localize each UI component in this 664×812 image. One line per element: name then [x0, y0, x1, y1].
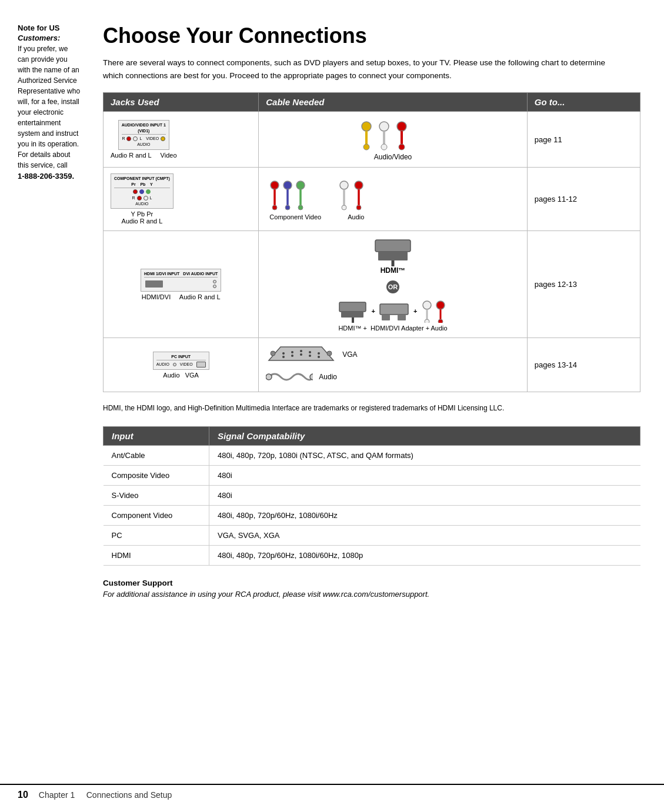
svg-point-40 [282, 352, 285, 355]
svg-rect-32 [398, 315, 406, 320]
hdmi-adapter-label: HDMI™ + HDMI/DVI Adapter + Audio [338, 325, 447, 332]
dvi-adapter-svg [378, 299, 411, 323]
compat-input-1: Composite Video [104, 466, 209, 486]
compat-input-3: Component Video [104, 506, 209, 526]
svg-point-35 [425, 319, 429, 323]
hdmi-cable-svg [369, 237, 416, 266]
svg-point-9 [271, 181, 279, 189]
note-body: If you prefer, we can provide you with t… [18, 44, 81, 182]
hdmi-cable-svg-2 [336, 299, 369, 323]
table-row: HDMI 1/DVI INPUT DVI AUDIO INPUT [104, 231, 640, 338]
svg-point-12 [283, 181, 292, 189]
av-cable-svg [355, 118, 431, 153]
sidebar: Note for US Customers: If you prefer, we… [0, 24, 91, 777]
compat-signal-5: 480i, 480p, 720p/60Hz, 1080i/60Hz, 1080p [209, 546, 640, 566]
svg-point-20 [342, 205, 346, 210]
svg-point-50 [271, 351, 275, 356]
svg-rect-28 [341, 312, 363, 318]
svg-point-2 [363, 144, 369, 150]
table-row: S-Video 480i [104, 486, 640, 506]
table-row: Composite Video 480i [104, 466, 640, 486]
phone-number: 1-888-206-3359. [18, 172, 74, 181]
goto-label-4: pages 13-14 [535, 360, 577, 369]
jacks-cell-3: HDMI 1/DVI INPUT DVI AUDIO INPUT [104, 231, 259, 338]
compat-table: Input Signal Compatability Ant/Cable 480… [103, 426, 640, 566]
compat-input-5: HDMI [104, 546, 209, 566]
table-row: Component Video 480i, 480p, 720p/60Hz, 1… [104, 506, 640, 526]
main-content: Choose Your Connections There are severa… [91, 24, 664, 777]
svg-point-48 [309, 355, 311, 357]
table-row: Ant/Cable 480i, 480p, 720p, 1080i (NTSC,… [104, 446, 640, 466]
compat-signal-4: VGA, SVGA, XGA [209, 526, 640, 546]
note-subtitle: Customers: [18, 34, 60, 42]
plus-2: + [413, 308, 417, 315]
svg-point-6 [397, 122, 406, 131]
compat-signal-3: 480i, 480p, 720p/60Hz, 1080i/60Hz [209, 506, 640, 526]
hdmi-label: HDMI™ [381, 266, 406, 275]
goto-label-1: page 11 [535, 135, 562, 144]
connections-table-header-row: Jacks Used Cable Needed Go to... [104, 93, 640, 112]
svg-point-45 [282, 356, 285, 358]
compat-input-0: Ant/Cable [104, 446, 209, 466]
compat-signal-1: 480i [209, 466, 640, 486]
svg-point-8 [399, 144, 405, 150]
cable-cell-3: HDMI™ OR + [259, 231, 528, 338]
cable-label-1: Audio/Video [374, 153, 412, 161]
svg-point-47 [300, 353, 302, 356]
cable-cell-2: Component Video [259, 168, 528, 231]
svg-rect-25 [378, 252, 408, 260]
svg-point-0 [362, 122, 371, 131]
page-title: Choose Your Connections [103, 24, 640, 48]
svg-point-44 [318, 352, 320, 355]
svg-point-3 [379, 122, 389, 131]
table-row: PC VGA, SVGA, XGA [104, 526, 640, 546]
compat-header-row: Input Signal Compatability [104, 427, 640, 446]
svg-point-49 [318, 356, 320, 358]
table-row: COMPONENT INPUT (CMPT)Pr Pb Y R [104, 168, 640, 231]
page-footer: 10 Chapter 1 Connections and Setup [0, 784, 664, 800]
audio-cable-vga-svg [266, 368, 313, 386]
goto-cell-4: pages 13-14 [527, 338, 640, 392]
table-row: AUDIO/VIDEO INPUT 1(VID1) R L VIDEO [104, 112, 640, 168]
svg-rect-31 [382, 315, 390, 320]
svg-point-21 [355, 181, 363, 189]
cs-title: Customer Support [103, 579, 640, 587]
svg-point-23 [356, 205, 361, 210]
svg-point-41 [291, 351, 293, 353]
col-header-cable: Cable Needed [259, 93, 528, 112]
plus-1: + [372, 308, 375, 315]
footer-page-number: 10 [18, 790, 28, 800]
jack-diagram-4: PC INPUT AUDIO VIDEO [153, 352, 209, 370]
svg-point-15 [296, 181, 305, 189]
svg-point-14 [285, 205, 290, 210]
footer-chapter: Chapter 1 Connections and Setup [39, 790, 172, 800]
svg-rect-27 [339, 302, 366, 312]
cable-cell-4: VGA Audio [259, 338, 528, 392]
jack-label-3: HDMI/DVI Audio R and L [142, 293, 221, 300]
svg-point-43 [309, 351, 311, 353]
or-badge: OR [386, 280, 399, 293]
goto-cell-2: pages 11-12 [527, 168, 640, 231]
svg-point-36 [436, 301, 445, 309]
col-header-jacks: Jacks Used [104, 93, 259, 112]
connections-table: Jacks Used Cable Needed Go to... AUDIO/V… [103, 92, 640, 392]
svg-point-53 [310, 374, 313, 380]
jacks-cell-2: COMPONENT INPUT (CMPT)Pr Pb Y R [104, 168, 259, 231]
audio-cable-svg-3 [420, 299, 449, 323]
svg-rect-30 [380, 304, 408, 315]
goto-label-3: pages 12-13 [535, 280, 577, 289]
jacks-cell-1: AUDIO/VIDEO INPUT 1(VID1) R L VIDEO [104, 112, 259, 168]
customer-support: Customer Support For additional assistan… [103, 579, 640, 599]
jack-label-2: Y Pb Pr [131, 210, 154, 218]
svg-point-46 [291, 355, 293, 357]
svg-point-42 [300, 350, 302, 352]
compat-input-2: S-Video [104, 486, 209, 506]
jacks-cell-4: PC INPUT AUDIO VIDEO Audio VGA [104, 338, 259, 392]
audio-label: Audio [319, 373, 337, 381]
compat-signal-2: 480i [209, 486, 640, 506]
component-cable-svg [266, 178, 325, 213]
svg-rect-24 [375, 240, 411, 252]
note-title: Note for US [18, 24, 81, 32]
jack-diagram-3: HDMI 1/DVI INPUT DVI AUDIO INPUT [141, 269, 221, 292]
vga-cable-svg [266, 344, 336, 365]
